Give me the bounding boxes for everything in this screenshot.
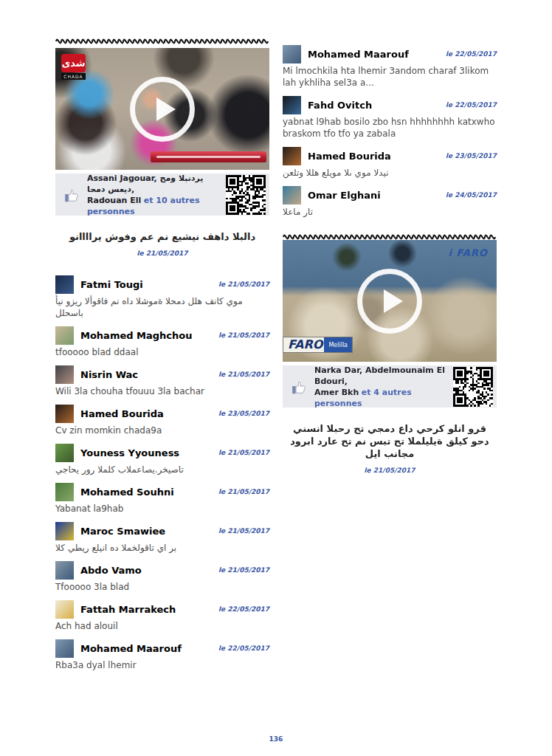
comment-date: le 21/05/2017: [218, 566, 269, 574]
commenter-name[interactable]: Mohamed Maghchou: [80, 330, 218, 341]
avatar: [55, 600, 74, 619]
avatar: [55, 444, 74, 462]
comment-date: le 22/05/2017: [218, 645, 269, 652]
comment-item: Hamed Bourida le 23/05/2017 Cv zin momki…: [55, 404, 269, 436]
comment-header: Hamed Bourida le 23/05/2017: [283, 146, 497, 165]
post-date: le 21/05/2017: [283, 467, 497, 474]
comment-item: Fattah Marrakech le 22/05/2017 Ach had a…: [55, 599, 269, 632]
commenter-name[interactable]: Maroc Smawiee: [80, 526, 218, 537]
video-thumbnail-seaside[interactable]: i FARO FARO Melilla: [283, 240, 497, 362]
comment-header: Mohamed Maghchou le 21/05/2017: [55, 326, 269, 345]
commenter-name[interactable]: Fatmi Tougi: [80, 279, 218, 290]
commenter-name[interactable]: Mohamed Maarouf: [80, 643, 218, 654]
commenter-name[interactable]: Fattah Marrakech: [80, 604, 218, 615]
comment-header: Fattah Marrakech le 22/05/2017: [55, 599, 269, 619]
avatar: [55, 275, 74, 294]
likes-names[interactable]: Narka Dar, Abdelmounaim El Bdouri,: [314, 365, 453, 387]
comment-text: Wili 3la chouha tfouuu 3la bachar: [55, 385, 269, 397]
page-body: شدى CHADA Assani Jagouar, يردنبلا ومح دي…: [0, 0, 552, 678]
comment-item: Abdo Vamo le 21/05/2017 Tfooooo 3la blad: [55, 560, 269, 593]
video-thumbnail-crowd[interactable]: شدى CHADA: [55, 48, 269, 170]
avatar: [55, 483, 74, 501]
commenter-name[interactable]: Youness Yyouness: [80, 447, 218, 458]
comment-text: Tfooooo 3la blad: [55, 581, 269, 593]
play-button-icon[interactable]: [357, 269, 422, 334]
comment-header: Mohamed Maarouf le 22/05/2017: [283, 44, 497, 63]
comment-text: Rba3a dyal lhemir: [55, 659, 269, 671]
comment-item: Mohamed Maarouf le 22/05/2017 Mi lmochki…: [283, 44, 497, 89]
right-column: Mohamed Maarouf le 22/05/2017 Mi lmochki…: [283, 35, 497, 678]
comment-text: Mi lmochkila hta lhemir 3andom charaf 3l…: [283, 65, 497, 89]
commenter-name[interactable]: Abdo Vamo: [80, 565, 218, 576]
comment-date: le 21/05/2017: [218, 281, 269, 288]
comments-list-left: Fatmi Tougi le 21/05/2017 موي كانف هلل د…: [55, 275, 269, 671]
comment-date: le 22/05/2017: [218, 605, 269, 613]
faro-logo-text: FARO: [283, 337, 324, 352]
commenter-name[interactable]: Fahd Ovitch: [308, 100, 446, 111]
comment-text: تاصيخر.يصاعملاب كلملا رور يحاجي: [55, 464, 269, 475]
avatar: [55, 365, 74, 384]
chada-logo-arabic: شدى: [61, 54, 86, 72]
comment-header: Hamed Bourida le 23/05/2017: [55, 404, 269, 423]
comment-date: le 21/05/2017: [218, 371, 269, 378]
comment-item: Mohamed Maarouf le 22/05/2017 Rba3a dyal…: [55, 639, 269, 671]
comment-item: Mohamed Souhni le 21/05/2017 Yabanat la9…: [55, 482, 269, 515]
comment-text: Yabanat la9hab: [55, 503, 269, 515]
likes-text: Assani Jagouar, يردنبلا ومح ديعس دمحا, R…: [87, 173, 226, 217]
comment-header: Nisrin Wac le 21/05/2017: [55, 365, 269, 384]
avatar: [283, 186, 301, 205]
comment-date: le 22/05/2017: [446, 50, 497, 58]
thumbs-up-icon: [64, 187, 80, 203]
commenter-name[interactable]: Hamed Bourida: [308, 151, 446, 162]
page-number: 136: [0, 735, 552, 743]
commenter-name[interactable]: Hamed Bourida: [80, 408, 218, 419]
comment-item: Maroc Smawiee le 21/05/2017 بر اي تاقولخ…: [55, 521, 269, 554]
play-button-icon[interactable]: [130, 77, 195, 142]
comment-header: Omar Elghani le 24/05/2017: [283, 185, 497, 205]
commenter-name[interactable]: Mohamed Souhni: [80, 487, 218, 498]
commenter-name[interactable]: Mohamed Maarouf: [308, 49, 446, 60]
comment-text: تار ماعلا: [283, 206, 497, 218]
likes-name[interactable]: Radouan Ell: [87, 196, 141, 205]
comment-header: Youness Yyouness le 21/05/2017: [55, 443, 269, 462]
comment-item: Nisrin Wac le 21/05/2017 Wili 3la chouha…: [55, 365, 269, 397]
comment-text: Cv zin momkin chada9a: [55, 425, 269, 436]
avatar: [55, 522, 74, 540]
comment-text: بر اي تاقولخملا ده انيلع ريطي كلا: [55, 542, 269, 554]
comment-date: le 21/05/2017: [218, 449, 269, 456]
avatar: [55, 326, 74, 345]
comment-text: tfooooo blad ddaal: [55, 346, 269, 358]
avatar: [55, 405, 74, 423]
comment-text: نيدلا موي ىلا مويلع هللا وتلعن: [283, 167, 497, 179]
avatar: [283, 45, 301, 63]
avatar: [55, 561, 74, 580]
qr-code: [453, 367, 493, 407]
faro-watermark: i FARO: [449, 247, 489, 258]
comment-date: le 23/05/2017: [218, 410, 269, 417]
video-lowerthird-banner: [151, 151, 266, 162]
post-caption: قرو انلو كرحي داع دمجي تح رحبلا انسني دح…: [284, 422, 495, 460]
likes-bar: Assani Jagouar, يردنبلا ومح ديعس دمحا, R…: [55, 173, 269, 216]
left-column: شدى CHADA Assani Jagouar, يردنبلا ومح دي…: [55, 35, 269, 678]
avatar: [283, 96, 301, 114]
comment-header: Abdo Vamo le 21/05/2017: [55, 560, 269, 580]
post-caption: دالبلا داهف نيشيع نم عم وفوش يراااانو: [57, 230, 268, 243]
comment-date: le 21/05/2017: [218, 331, 269, 339]
comment-date: le 21/05/2017: [218, 527, 269, 535]
commenter-name[interactable]: Omar Elghani: [308, 190, 446, 201]
likes-name[interactable]: Amer Bkh: [314, 388, 359, 397]
faro-melilla-logo: FARO Melilla: [283, 337, 353, 353]
comment-item: Mohamed Maghchou le 21/05/2017 tfooooo b…: [55, 326, 269, 358]
likes-names[interactable]: Assani Jagouar, يردنبلا ومح ديعس دمحا,: [87, 173, 226, 195]
comment-text: yabnat l9hab bosilo zbo hsn hhhhhhhh kat…: [283, 116, 497, 140]
comment-item: Omar Elghani le 24/05/2017 تار ماعلا: [283, 185, 497, 218]
thumbs-up-icon: [291, 379, 308, 395]
qr-code: [226, 175, 266, 215]
comment-text: موي كانف هلل دمحلا ةموشلا داه نم فاقوألا…: [55, 295, 269, 319]
wavy-separator: [283, 231, 497, 240]
commenter-name[interactable]: Nisrin Wac: [80, 369, 218, 380]
comment-header: Mohamed Maarouf le 22/05/2017: [55, 639, 269, 658]
avatar: [55, 639, 74, 658]
comment-item: Hamed Bourida le 23/05/2017 نيدلا موي ىل…: [283, 146, 497, 179]
likes-bar: Narka Dar, Abdelmounaim El Bdouri, Amer …: [283, 365, 497, 408]
